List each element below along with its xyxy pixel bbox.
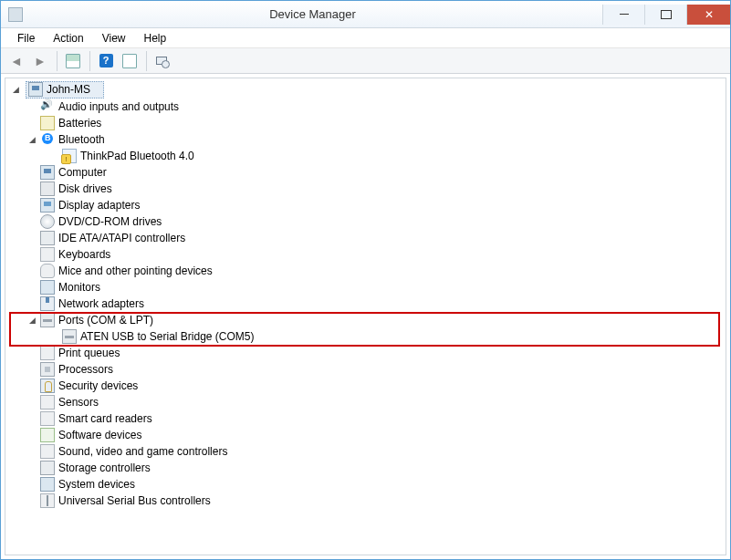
properties-button[interactable] <box>118 51 141 71</box>
tree-node-label: Computer <box>58 166 107 179</box>
tree-node[interactable]: Processors <box>5 361 726 378</box>
tree-node-label: Sound, video and game controllers <box>58 445 227 458</box>
tree-node[interactable]: Monitors <box>5 279 726 296</box>
tree-node[interactable]: Print queues <box>5 345 726 361</box>
toolbar: ◄ ► ? <box>1 48 730 74</box>
tree-node[interactable]: ◢Ports (COM & LPT) <box>5 312 726 328</box>
collapse-icon[interactable]: ◢ <box>11 85 21 95</box>
sys-icon <box>40 477 55 492</box>
tree-node[interactable]: Smart card readers <box>5 410 726 427</box>
tree-node-label: Mice and other pointing devices <box>58 264 213 277</box>
tree-node[interactable]: Storage controllers <box>5 460 726 476</box>
tree-node-label: ThinkPad Bluetooth 4.0 <box>80 150 194 162</box>
sensor-icon <box>40 395 55 410</box>
tree-node-label: Monitors <box>58 281 100 294</box>
tree-node-label: Print queues <box>58 347 120 359</box>
maximize-button[interactable] <box>644 5 686 25</box>
soft-icon <box>40 428 55 442</box>
disk-icon <box>40 181 55 196</box>
tree-node-label: Universal Serial Bus controllers <box>58 494 211 507</box>
tree-node-label: Disk drives <box>58 182 112 195</box>
tree-node-label: ATEN USB to Serial Bridge (COM5) <box>80 330 255 343</box>
btdev-icon <box>62 149 77 163</box>
close-button[interactable] <box>686 5 730 25</box>
tree-node-label: Network adapters <box>58 297 144 310</box>
toolbar-separator <box>141 51 147 71</box>
tree-node-label: Storage controllers <box>58 461 151 474</box>
tree-node[interactable]: Mice and other pointing devices <box>5 263 726 279</box>
collapse-icon[interactable]: ◢ <box>27 316 37 326</box>
back-button[interactable]: ◄ <box>5 51 28 71</box>
scan-hardware-button[interactable] <box>151 51 174 71</box>
usb-icon <box>40 493 55 508</box>
collapse-icon[interactable]: ◢ <box>27 135 37 145</box>
tree-node[interactable]: Computer <box>5 164 726 181</box>
tree-node-label: Smart card readers <box>58 412 152 425</box>
app-icon <box>8 7 23 22</box>
tree-node[interactable]: ThinkPad Bluetooth 4.0 <box>5 148 726 164</box>
tree-node[interactable]: IDE ATA/ATAPI controllers <box>5 230 726 246</box>
tree-node-label: Sensors <box>58 396 99 409</box>
show-hidden-button[interactable] <box>61 51 85 71</box>
show-hidden-icon <box>66 54 80 68</box>
tree-node[interactable]: Software devices <box>5 427 726 443</box>
tree-node[interactable]: Batteries <box>5 115 726 131</box>
kb-icon <box>40 247 55 262</box>
forward-button[interactable]: ► <box>28 51 52 71</box>
tree-node[interactable]: Display adapters <box>5 197 726 213</box>
ide-icon <box>40 231 55 245</box>
net-icon <box>40 296 55 311</box>
menu-file[interactable]: File <box>8 30 44 47</box>
device-tree[interactable]: ◢John-MSAudio inputs and outputsBatterie… <box>5 78 726 555</box>
tree-node-label: Audio inputs and outputs <box>58 100 179 113</box>
battery-icon <box>40 116 55 130</box>
tree-node-label: Ports (COM & LPT) <box>58 314 153 327</box>
dvd-icon <box>40 214 55 229</box>
tree-node-label: DVD/CD-ROM drives <box>58 215 162 228</box>
tree-node[interactable]: Security devices <box>5 378 726 394</box>
help-icon: ? <box>99 54 113 67</box>
tree-node[interactable]: Audio inputs and outputs <box>5 99 726 115</box>
menu-action[interactable]: Action <box>44 30 92 47</box>
tree-node[interactable]: ATEN USB to Serial Bridge (COM5) <box>5 328 726 345</box>
scan-hardware-icon <box>155 54 170 68</box>
storage-icon <box>40 461 55 475</box>
tree-node-label: Processors <box>58 363 113 376</box>
computer-icon <box>40 165 55 180</box>
tree-node[interactable]: Sound, video and game controllers <box>5 443 726 460</box>
tree-node[interactable]: Universal Serial Bus controllers <box>5 493 726 509</box>
tree-node[interactable]: John-MS <box>26 81 104 99</box>
tree-node[interactable]: System devices <box>5 476 726 493</box>
titlebar[interactable]: Device Manager <box>1 1 730 28</box>
computer-icon <box>28 82 43 97</box>
tree-node[interactable]: Sensors <box>5 394 726 410</box>
mouse-icon <box>40 264 55 278</box>
tree-node-label: John-MS <box>47 83 90 96</box>
tree-node-label: Display adapters <box>58 199 140 212</box>
forward-arrow-icon: ► <box>34 54 47 68</box>
tree-node[interactable]: Disk drives <box>5 181 726 197</box>
back-arrow-icon: ◄ <box>10 54 23 68</box>
cpu-icon <box>40 362 55 377</box>
audio-icon <box>40 99 55 114</box>
bt-icon <box>40 132 55 147</box>
tree-node-label: Software devices <box>58 429 141 441</box>
minimize-button[interactable] <box>602 5 644 25</box>
window-controls <box>602 5 730 25</box>
tree-node[interactable]: DVD/CD-ROM drives <box>5 213 726 230</box>
window-title: Device Manager <box>23 7 602 21</box>
tree-node-label: IDE ATA/ATAPI controllers <box>58 232 185 244</box>
tree-node[interactable]: ◢Bluetooth <box>5 131 726 148</box>
tree-node-label: Bluetooth <box>58 133 105 146</box>
menu-help[interactable]: Help <box>135 30 176 47</box>
monitor-icon <box>40 280 55 295</box>
menu-view[interactable]: View <box>93 30 135 47</box>
help-button[interactable]: ? <box>94 51 118 71</box>
port-icon <box>62 329 77 344</box>
card-icon <box>40 411 55 426</box>
sec-icon <box>40 379 55 393</box>
sound-icon <box>40 444 55 459</box>
tree-node[interactable]: Network adapters <box>5 296 726 312</box>
tree-node[interactable]: Keyboards <box>5 246 726 263</box>
display-icon <box>40 198 55 213</box>
